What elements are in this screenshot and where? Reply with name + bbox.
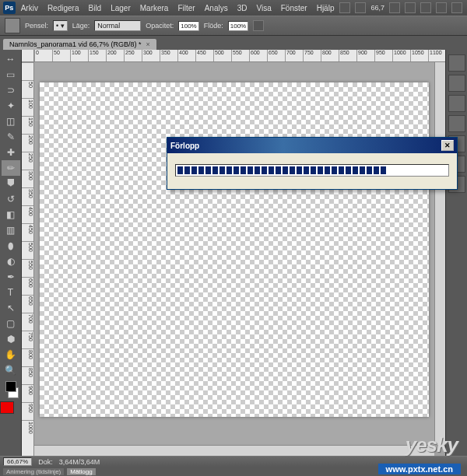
status-doc-label: Dok: [38, 458, 53, 466]
ruler-horizontal[interactable]: 0501001502002503003504004505005506006507… [34, 50, 445, 62]
app-logo: Ps [3, 2, 16, 14]
move-tool[interactable]: ↔ [2, 51, 20, 67]
arrange-docs-icon[interactable] [436, 2, 447, 13]
type-tool[interactable]: T [2, 285, 20, 300]
opacity-label: Opacitet: [146, 22, 174, 30]
dialog-title-text: Förlopp [170, 142, 199, 150]
view-extras-icon[interactable] [355, 2, 366, 13]
blur-tool[interactable]: ⬮ [2, 238, 20, 254]
flow-label: Flöde: [204, 22, 223, 30]
brush-preset-picker[interactable]: • ▾ [53, 20, 68, 31]
progress-dialog: Förlopp ✕ [167, 137, 458, 190]
brush-tool[interactable]: ✏ [2, 160, 20, 176]
canvas[interactable] [40, 82, 429, 417]
menu-filter[interactable]: Filter [174, 2, 198, 14]
dodge-tool[interactable]: ◐ [2, 254, 20, 269]
document-tab-title: Namnlös_panorama1 vid 66,7% (RGB/8) * [9, 40, 142, 48]
document-tab[interactable]: Namnlös_panorama1 vid 66,7% (RGB/8) * × [3, 39, 156, 50]
menu-bild[interactable]: Bild [84, 2, 105, 14]
zoom-display: 66,7 [370, 4, 384, 12]
ruler-vertical[interactable]: 5010015020025030035040045050055060065070… [22, 62, 34, 456]
wand-tool[interactable]: ✦ [2, 98, 20, 114]
menu-3d[interactable]: 3D [234, 2, 251, 14]
foreground-color[interactable] [5, 381, 16, 392]
lasso-tool[interactable]: ⊃ [2, 82, 20, 98]
ruler-origin[interactable] [22, 50, 34, 62]
marquee-tool[interactable]: ▭ [2, 67, 20, 82]
status-zoom[interactable]: 66,67% [3, 457, 32, 466]
tab-animering[interactable]: Animering (tidslinje) [3, 468, 64, 475]
menubar: Ps Arkiv Redigera Bild Lager Markera Fil… [0, 0, 467, 16]
watermark-yesky: yesky [406, 433, 458, 457]
menu-arkiv[interactable]: Arkiv [17, 2, 42, 14]
brush-label: Pensel: [25, 22, 48, 30]
styles-panel-icon[interactable] [448, 95, 465, 112]
3d-tool[interactable]: ⬢ [2, 331, 20, 347]
opacity-input[interactable]: 100% [178, 21, 198, 31]
menu-redigera[interactable]: Redigera [44, 2, 83, 14]
menu-lager[interactable]: Lager [107, 2, 135, 14]
airbrush-icon[interactable] [253, 20, 264, 31]
stamp-tool[interactable]: ⛊ [2, 176, 20, 191]
shape-tool[interactable]: ▢ [2, 316, 20, 331]
panel-dock [445, 50, 467, 456]
zoom-tool[interactable]: 🔍 [2, 362, 20, 378]
eyedropper-tool[interactable]: ✎ [2, 129, 20, 145]
hand-tool-icon[interactable] [389, 2, 400, 13]
history-brush-tool[interactable]: ↺ [2, 191, 20, 207]
options-bar: Pensel: • ▾ Läge: Normal Opacitet: 100% … [0, 16, 467, 36]
hand-tool[interactable]: ✋ [2, 347, 20, 362]
eraser-tool[interactable]: ◧ [2, 207, 20, 222]
toolbox: ↔ ▭ ⊃ ✦ ◫ ✎ ✚ ✏ ⛊ ↺ ◧ ▥ ⬮ ◐ ✒ T ↖ ▢ ⬢ ✋ … [0, 50, 22, 456]
menu-analys[interactable]: Analys [201, 2, 232, 14]
canvas-viewport[interactable] [34, 62, 434, 445]
dialog-titlebar[interactable]: Förlopp ✕ [167, 138, 457, 153]
close-tab-icon[interactable]: × [146, 40, 150, 48]
status-doc-value: 3,64M/3,64M [59, 458, 100, 466]
swatches-panel-icon[interactable] [448, 75, 465, 92]
path-tool[interactable]: ↖ [2, 300, 20, 316]
healing-tool[interactable]: ✚ [2, 145, 20, 160]
blend-mode-select[interactable]: Normal [94, 20, 141, 31]
launch-bridge-icon[interactable] [339, 2, 350, 13]
dialog-close-button[interactable]: ✕ [441, 140, 454, 151]
quickmask-color[interactable] [0, 401, 14, 414]
tab-matlogg[interactable]: Mätlogg [67, 468, 95, 475]
progress-bar [175, 164, 449, 177]
vertical-scrollbar[interactable] [434, 62, 445, 445]
crop-tool[interactable]: ◫ [2, 114, 20, 129]
workspace: 0501001502002503003504004505005506006507… [22, 50, 445, 456]
pen-tool[interactable]: ✒ [2, 269, 20, 285]
zoom-tool-icon[interactable] [405, 2, 416, 13]
horizontal-scrollbar[interactable] [34, 445, 434, 456]
document-tabbar: Namnlös_panorama1 vid 66,7% (RGB/8) * × [0, 36, 467, 50]
color-panel-icon[interactable] [448, 54, 465, 72]
screen-mode-icon[interactable] [451, 2, 462, 13]
menu-markera[interactable]: Markera [136, 2, 173, 14]
menu-visa[interactable]: Visa [252, 2, 275, 14]
menu-hjalp[interactable]: Hjälp [313, 2, 339, 14]
current-tool-icon[interactable] [5, 18, 20, 33]
rotate-view-icon[interactable] [420, 2, 431, 13]
adjustments-panel-icon[interactable] [448, 115, 465, 132]
gradient-tool[interactable]: ▥ [2, 222, 20, 238]
watermark-url: www.pxtx.net.cn [378, 464, 461, 474]
menu-fonster[interactable]: Fönster [277, 2, 311, 14]
flow-input[interactable]: 100% [228, 21, 248, 31]
mode-label: Läge: [72, 22, 90, 30]
